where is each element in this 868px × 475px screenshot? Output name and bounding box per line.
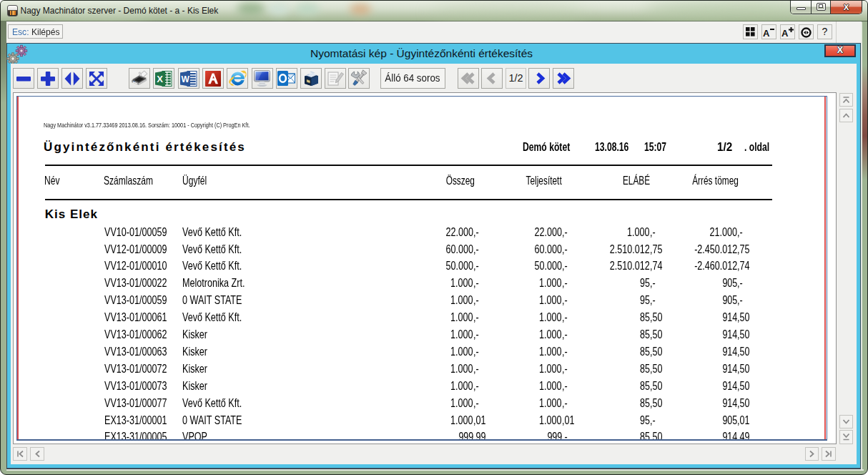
svg-text:W: W: [181, 74, 189, 84]
svg-text:A: A: [781, 28, 789, 37]
svg-text:A: A: [763, 28, 770, 37]
svg-text:X: X: [157, 74, 163, 84]
